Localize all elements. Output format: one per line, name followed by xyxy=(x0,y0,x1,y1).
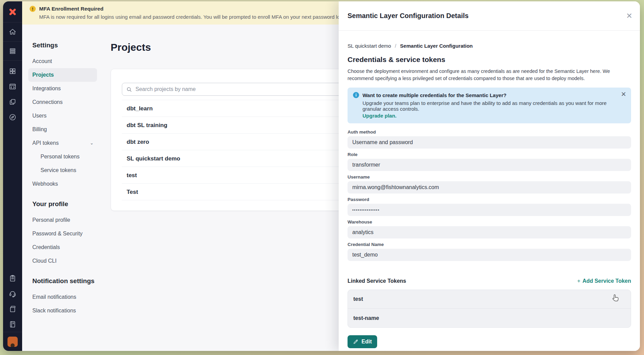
nav-item-label: Integrations xyxy=(32,86,61,91)
user-avatar[interactable] xyxy=(3,332,22,351)
field-label: Warehouse xyxy=(348,219,631,225)
search-icon xyxy=(126,87,132,92)
nav-item-label: Users xyxy=(32,113,47,119)
field-value: test_demo xyxy=(348,249,631,261)
form-field: Role transformer xyxy=(348,152,631,171)
field-value: analytics xyxy=(348,226,631,238)
form-field: Credential Name test_demo xyxy=(348,242,631,261)
linked-tokens-title: Linked Service Tokens xyxy=(348,278,406,284)
upgrade-plan-link[interactable]: Upgrade plan. xyxy=(363,113,397,119)
callout-title: Want to create multiple credentials for … xyxy=(363,92,506,98)
settings-nav-item[interactable]: API tokens ⌄ xyxy=(28,136,97,150)
service-token-list: testtest-name xyxy=(348,290,631,328)
settings-nav-item[interactable]: Service tokens ⌄ xyxy=(28,164,97,177)
nav-item-label: Projects xyxy=(32,72,54,78)
home-icon[interactable] xyxy=(3,22,22,42)
breadcrumb-project[interactable]: SL quickstart demo xyxy=(348,43,391,49)
form-field: Warehouse analytics xyxy=(348,219,631,238)
settings-nav-item[interactable]: Users ⌄ xyxy=(28,109,97,123)
dashboard-grid-icon[interactable] xyxy=(3,63,22,79)
app-window: ! MFA Enrollment Required MFA is now req… xyxy=(3,1,640,351)
settings-nav: Settings Account ⌄ Projects ⌄ xyxy=(32,42,97,318)
nav-item-label: Service tokens xyxy=(41,167,76,173)
semantic-layer-panel: Semantic Layer Configuration Details ✕ S… xyxy=(339,1,640,351)
nav-item-label: Personal tokens xyxy=(41,154,80,159)
panel-header: Semantic Layer Configuration Details ✕ xyxy=(339,1,640,31)
rail-spacer xyxy=(3,125,22,271)
panel-title: Semantic Layer Configuration Details xyxy=(348,12,469,20)
callout-body: Upgrade your teams plan to enterprise an… xyxy=(363,100,616,112)
linked-tokens-header: Linked Service Tokens +Add Service Token xyxy=(348,278,631,284)
upgrade-callout: i Want to create multiple credentials fo… xyxy=(348,88,631,123)
deploy-stack-icon[interactable] xyxy=(3,42,22,61)
nav-item-label: Account xyxy=(32,58,52,64)
field-label: Role xyxy=(348,152,631,157)
notification-nav-item[interactable]: Slack notifications xyxy=(28,304,97,318)
add-service-token-button[interactable]: +Add Service Token xyxy=(577,278,631,284)
settings-nav-item[interactable]: Connections ⌄ xyxy=(28,95,97,109)
breadcrumb-page: Semantic Layer Configuration xyxy=(400,43,472,49)
settings-nav-item[interactable]: Projects ⌄ xyxy=(28,68,97,82)
nav-item-label: API tokens xyxy=(32,136,59,150)
profile-nav-item[interactable]: Credentials xyxy=(28,241,97,254)
support-headset-icon[interactable] xyxy=(3,286,22,301)
field-label: Credential Name xyxy=(348,242,631,247)
credential-fields: Auth method Username and password Role t… xyxy=(348,129,631,261)
section-title: Credentials & service tokens xyxy=(348,56,631,64)
breadcrumb: SL quickstart demo / Semantic Layer Conf… xyxy=(348,43,631,49)
notifications-nav-list: Email notificationsSlack notifications xyxy=(32,290,97,318)
left-rail xyxy=(3,1,22,351)
dbt-logo[interactable] xyxy=(3,1,22,22)
field-label: Password xyxy=(348,197,631,202)
field-value: mirna.wong@fishtownanalytics.com xyxy=(348,181,631,194)
pencil-icon xyxy=(353,339,358,344)
notifications-nav-title: Notification settings xyxy=(32,277,97,285)
copy-icon[interactable] xyxy=(3,94,22,109)
field-value: Username and password xyxy=(348,136,631,149)
desktop-background: ! MFA Enrollment Required MFA is now req… xyxy=(0,0,644,355)
changelog-notebook-icon[interactable] xyxy=(3,317,22,332)
explore-compass-icon[interactable] xyxy=(3,109,22,125)
callout-close-icon[interactable]: ✕ xyxy=(621,91,626,97)
form-field: Auth method Username and password xyxy=(348,129,631,149)
settings-nav-title: Settings xyxy=(32,42,97,49)
avatar-image xyxy=(7,337,18,347)
field-value: transformer xyxy=(348,159,631,171)
warning-icon: ! xyxy=(30,6,36,12)
nav-item-label: Webhooks xyxy=(32,181,58,187)
tasks-clipboard-icon[interactable] xyxy=(3,271,22,286)
edit-button[interactable]: Edit xyxy=(348,335,377,348)
settings-nav-list: Account ⌄ Projects ⌄ Integrations xyxy=(32,55,97,191)
service-token-row: test xyxy=(348,290,631,309)
settings-nav-item[interactable]: Billing ⌄ xyxy=(28,123,97,136)
settings-nav-item[interactable]: Account ⌄ xyxy=(28,55,97,68)
chevron-down-icon: ⌄ xyxy=(90,136,94,150)
service-token-row: test-name xyxy=(348,309,631,327)
docs-book-icon[interactable] xyxy=(3,301,22,317)
section-description: Choose the deployment environment and co… xyxy=(348,68,631,82)
panel-body: SL quickstart demo / Semantic Layer Conf… xyxy=(339,31,640,351)
field-label: Auth method xyxy=(348,129,631,135)
nav-item-label: Connections xyxy=(32,99,63,105)
profile-nav-list: Personal profilePassword & SecurityCrede… xyxy=(32,213,97,268)
close-icon[interactable]: ✕ xyxy=(626,12,632,20)
field-label: Username xyxy=(348,174,631,180)
field-value: ••••••••••••••• xyxy=(348,204,631,216)
form-field: Username mirna.wong@fishtownanalytics.co… xyxy=(348,174,631,194)
notification-nav-item[interactable]: Email notifications xyxy=(28,290,97,304)
plus-icon: + xyxy=(577,278,580,284)
settings-nav-item[interactable]: Webhooks ⌄ xyxy=(28,177,97,191)
info-icon: i xyxy=(353,92,359,98)
settings-nav-item[interactable]: Integrations ⌄ xyxy=(28,82,97,95)
profile-nav-item[interactable]: Personal profile xyxy=(28,213,97,227)
profile-nav-item[interactable]: Password & Security xyxy=(28,227,97,241)
form-field: Password ••••••••••••••• xyxy=(348,197,631,216)
settings-nav-item[interactable]: Personal tokens ⌄ xyxy=(28,150,97,164)
breadcrumb-separator: / xyxy=(395,43,396,49)
develop-code-icon[interactable] xyxy=(3,79,22,94)
banner-title: MFA Enrollment Required xyxy=(39,6,103,12)
profile-nav-title: Your profile xyxy=(32,200,97,208)
nav-item-label: Billing xyxy=(32,126,47,132)
profile-nav-item[interactable]: Cloud CLI xyxy=(28,254,97,268)
